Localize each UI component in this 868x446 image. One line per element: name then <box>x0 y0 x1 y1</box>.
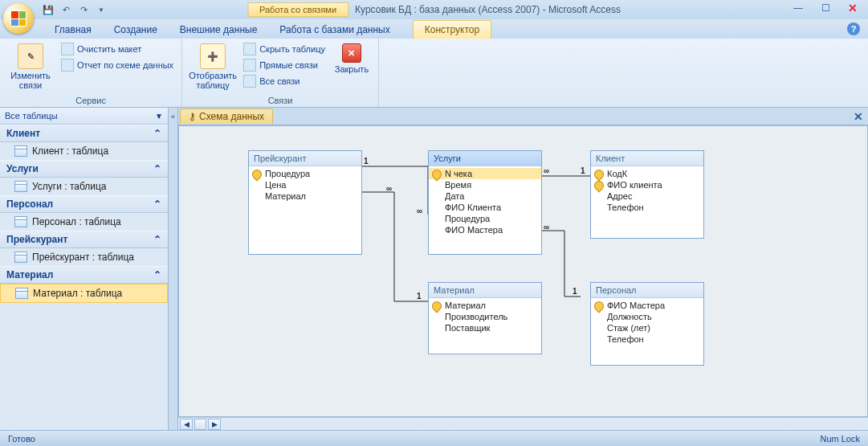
group-label-service: Сервис <box>6 94 175 107</box>
nav-item-material-table[interactable]: Материал : таблица <box>0 284 168 303</box>
field-material-name[interactable]: Материал <box>429 300 541 311</box>
tab-create[interactable]: Создание <box>103 21 169 39</box>
horizontal-scrollbar[interactable]: ◀ ▶ <box>178 417 868 430</box>
office-button[interactable] <box>3 3 34 34</box>
field-client-kodk[interactable]: КодК <box>591 168 703 179</box>
field-service-procedure[interactable]: Процедура <box>429 213 541 224</box>
nav-item-price-label: Прейскурант : таблица <box>32 252 134 263</box>
nav-item-services-table[interactable]: Услуги : таблица <box>0 178 168 195</box>
nav-item-staff-label: Персонал : таблица <box>32 216 121 227</box>
contextual-tab-label: Работа со связями <box>247 2 348 17</box>
edit-relationships-icon: ✎ <box>18 43 43 69</box>
help-button[interactable]: ? <box>847 23 860 35</box>
titlebar: 💾 ↶ ↷ ▼ Работа со связями Курсовик БД : … <box>0 0 868 19</box>
edit-relationships-label: Изменить связи <box>8 71 53 90</box>
save-icon[interactable]: 💾 <box>42 3 55 16</box>
nav-group-services[interactable]: Услуги⌃ <box>0 160 168 178</box>
collapse-icon: ⌃ <box>153 163 161 174</box>
entity-staff[interactable]: Персонал ФИО Мастера Должность Стаж (лет… <box>590 282 704 366</box>
field-service-master-fio[interactable]: ФИО Мастера <box>429 224 541 235</box>
nav-pane-header[interactable]: Все таблицы ▼ <box>0 108 168 125</box>
collapse-icon: ⌃ <box>153 198 161 210</box>
nav-collapse-bar[interactable]: « <box>169 108 178 430</box>
field-price-material[interactable]: Материал <box>249 190 361 202</box>
nav-item-material-label: Материал : таблица <box>33 288 122 299</box>
field-staff-position[interactable]: Должность <box>591 311 703 322</box>
field-material-vendor[interactable]: Производитель <box>429 311 541 322</box>
relationship-report-button[interactable]: Отчет по схеме данных <box>59 58 175 72</box>
nav-item-client-table[interactable]: Клиент : таблица <box>0 142 168 160</box>
field-client-phone[interactable]: Телефон <box>591 202 703 213</box>
direct-links-button[interactable]: Прямые связи <box>242 58 327 72</box>
direct-links-label: Прямые связи <box>259 60 318 70</box>
nav-item-staff-table[interactable]: Персонал : таблица <box>0 213 168 231</box>
nav-item-price-table[interactable]: Прейскурант : таблица <box>0 248 168 266</box>
field-client-fio[interactable]: ФИО клиента <box>591 179 703 190</box>
table-icon <box>15 288 28 299</box>
scroll-left-button[interactable]: ◀ <box>180 419 193 430</box>
entity-price[interactable]: Прейскурант Процедура Цена Материал <box>248 150 362 255</box>
field-staff-experience[interactable]: Стаж (лет) <box>591 322 703 333</box>
field-price-procedure[interactable]: Процедура <box>249 168 361 179</box>
scroll-right-button[interactable]: ▶ <box>208 419 221 430</box>
field-staff-phone[interactable]: Телефон <box>591 333 703 345</box>
field-client-address[interactable]: Адрес <box>591 190 703 202</box>
redo-icon[interactable]: ↷ <box>77 3 90 16</box>
nav-group-price-label: Прейскурант <box>6 234 67 245</box>
document-tabs: ⚷ Схема данных ✕ <box>178 108 868 125</box>
tab-database-tools[interactable]: Работа с базами данных <box>268 21 401 39</box>
field-staff-fio[interactable]: ФИО Мастера <box>591 300 703 311</box>
minimize-button[interactable]: — <box>788 2 809 14</box>
tab-home[interactable]: Главная <box>43 21 103 39</box>
entity-client[interactable]: Клиент КодК ФИО клиента Адрес Телефон <box>590 150 704 239</box>
scroll-thumb[interactable] <box>194 419 206 430</box>
relationship-canvas[interactable]: 1 ∞ ∞ 1 ∞ 1 ∞ 1 Прейскурант Процедура Це… <box>178 125 868 417</box>
collapse-icon: ⌃ <box>153 128 161 139</box>
field-service-check[interactable]: N чека <box>429 168 541 179</box>
hide-table-button[interactable]: Скрыть таблицу <box>242 42 327 56</box>
show-table-button[interactable]: ➕ Отобразить таблицу <box>189 42 237 92</box>
doc-tab-schema[interactable]: ⚷ Схема данных <box>180 108 273 124</box>
nav-group-services-label: Услуги <box>6 163 39 174</box>
entity-service-header: Услуги <box>429 151 541 166</box>
tab-designer[interactable]: Конструктор <box>413 20 491 39</box>
status-numlock: Num Lock <box>820 434 860 444</box>
hide-table-label: Скрыть таблицу <box>259 44 325 54</box>
qat-dropdown-icon[interactable]: ▼ <box>95 3 108 16</box>
ribbon-tabs: Главная Создание Внешние данные Работа с… <box>0 19 868 39</box>
clear-layout-label: Очистить макет <box>77 44 141 54</box>
nav-item-services-label: Услуги : таблица <box>32 181 107 192</box>
clear-layout-button[interactable]: Очистить макет <box>59 42 175 56</box>
show-table-icon: ➕ <box>200 43 226 69</box>
clear-layout-icon <box>61 43 74 55</box>
maximize-button[interactable]: ☐ <box>815 2 836 14</box>
field-service-client-fio[interactable]: ФИО Клиента <box>429 202 541 213</box>
direct-links-icon <box>243 59 256 72</box>
doc-close-button[interactable]: ✕ <box>854 110 863 123</box>
window-title: Курсовик БД : база данных (Access 2007) … <box>355 4 621 15</box>
quick-access-toolbar: 💾 ↶ ↷ ▼ <box>42 3 108 16</box>
field-price-cost[interactable]: Цена <box>249 179 361 190</box>
nav-pane-title: Все таблицы <box>5 111 58 121</box>
field-service-time[interactable]: Время <box>429 179 541 190</box>
tab-external-data[interactable]: Внешние данные <box>169 21 269 39</box>
group-label-links: Связи <box>189 94 372 107</box>
entity-staff-header: Персонал <box>591 283 703 298</box>
window-close-button[interactable]: ✕ <box>842 2 863 14</box>
ribbon-group-service: ✎ Изменить связи Очистить макет Отчет по… <box>0 39 182 107</box>
entity-service[interactable]: Услуги N чека Время Дата ФИО Клиента Про… <box>428 150 542 255</box>
entity-material[interactable]: Материал Материал Производитель Поставщи… <box>428 282 542 354</box>
close-button[interactable]: ✕ Закрыть <box>332 42 372 76</box>
nav-group-staff[interactable]: Персонал⌃ <box>0 195 168 213</box>
nav-group-client[interactable]: Клиент⌃ <box>0 125 168 142</box>
field-service-date[interactable]: Дата <box>429 190 541 202</box>
nav-group-price[interactable]: Прейскурант⌃ <box>0 231 168 248</box>
nav-item-client-label: Клиент : таблица <box>32 145 108 157</box>
nav-group-material[interactable]: Материал⌃ <box>0 266 168 284</box>
navigation-pane: Все таблицы ▼ Клиент⌃ Клиент : таблица У… <box>0 108 169 430</box>
field-material-supplier[interactable]: Поставщик <box>429 322 541 333</box>
close-icon: ✕ <box>342 43 361 63</box>
edit-relationships-button[interactable]: ✎ Изменить связи <box>6 42 55 92</box>
undo-icon[interactable]: ↶ <box>59 3 72 16</box>
all-links-button[interactable]: Все связи <box>242 74 327 88</box>
